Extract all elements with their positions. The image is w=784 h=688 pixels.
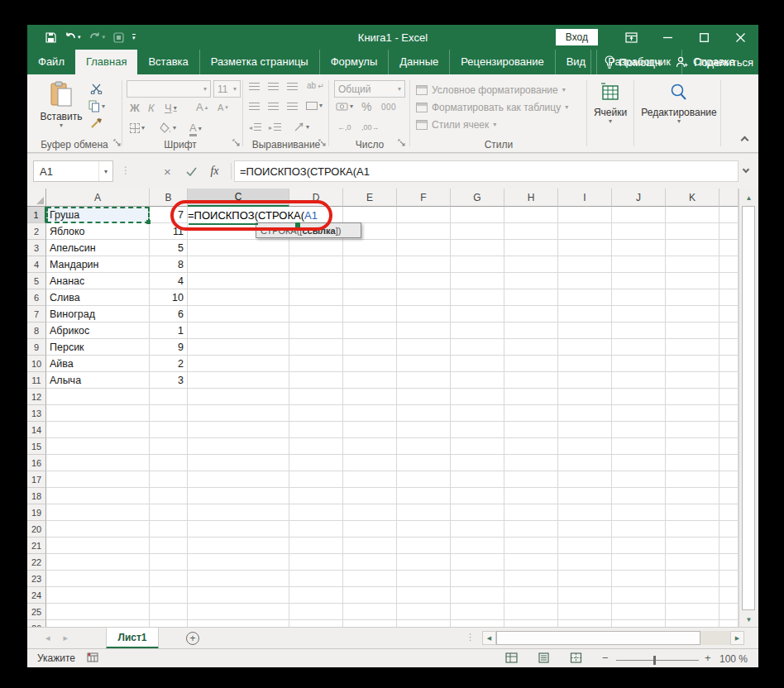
cell-D3[interactable] (289, 240, 343, 256)
align-right-button[interactable] (287, 103, 298, 111)
col-header-G[interactable]: G (451, 189, 504, 207)
cell-A13[interactable] (46, 405, 150, 422)
cell-K21[interactable] (666, 538, 719, 554)
cell-E12[interactable] (343, 389, 397, 405)
cell-K23[interactable] (666, 571, 719, 587)
cell-C19[interactable] (188, 504, 289, 521)
cells-button[interactable]: Ячейки ▾ (590, 82, 631, 125)
cell-G10[interactable] (451, 356, 504, 372)
horizontal-scrollbar-thumb[interactable] (496, 631, 700, 645)
cell-K2[interactable] (666, 223, 719, 240)
page-break-view-icon[interactable] (570, 652, 582, 666)
cell-A14[interactable] (46, 422, 150, 438)
cell-D13[interactable] (289, 405, 343, 422)
merge-center-button[interactable]: ▾ (306, 102, 323, 110)
cell-B25[interactable] (150, 604, 188, 620)
cell-I2[interactable] (558, 223, 612, 240)
page-layout-view-icon[interactable] (538, 652, 550, 666)
cell-A22[interactable] (46, 554, 150, 571)
cell-H3[interactable] (504, 240, 558, 256)
cell-E8[interactable] (343, 322, 397, 339)
cell-E4[interactable] (343, 256, 397, 273)
increase-decimal-button[interactable]: ←,0 (337, 123, 351, 131)
cell-I10[interactable] (558, 356, 612, 372)
cell-F25[interactable] (397, 604, 451, 620)
cell-A8[interactable]: Абрикос (46, 322, 150, 339)
cell-D17[interactable] (289, 471, 343, 488)
cell-partial-11[interactable] (719, 372, 739, 389)
cell-K7[interactable] (666, 306, 719, 322)
decrease-indent-button[interactable]: ◂ (249, 123, 261, 131)
cell-D20[interactable] (289, 521, 343, 538)
insert-function-button[interactable]: fx (204, 160, 225, 182)
scroll-up-icon[interactable]: ▲ (739, 190, 758, 205)
cell-K13[interactable] (666, 405, 719, 422)
cell-F8[interactable] (397, 322, 451, 339)
cell-C14[interactable] (188, 422, 289, 438)
cell-B17[interactable] (150, 471, 188, 488)
minimize-button[interactable] (649, 25, 686, 50)
cell-a1-reference-marquee[interactable]: Груша (46, 207, 150, 223)
zoom-level[interactable]: 100 % (719, 653, 748, 665)
cell-J19[interactable] (612, 504, 666, 521)
styles-item-3[interactable]: Стили ячеек▾ (416, 116, 568, 133)
cell-A12[interactable] (46, 389, 150, 405)
cell-partial-17[interactable] (719, 471, 739, 488)
cell-I16[interactable] (558, 455, 612, 471)
cell-B5[interactable]: 4 (150, 273, 188, 289)
cell-partial-13[interactable] (719, 405, 739, 422)
cell-D26[interactable] (289, 620, 343, 627)
cell-C18[interactable] (188, 488, 289, 504)
comma-style-button[interactable]: 000 (381, 103, 396, 112)
cell-B11[interactable]: 3 (150, 372, 188, 389)
zoom-slider-thumb[interactable] (653, 656, 656, 665)
number-dialog-launcher-icon[interactable] (398, 137, 405, 149)
accounting-format-button[interactable]: ▾ (336, 102, 353, 112)
cell-H8[interactable] (504, 322, 558, 339)
cell-B6[interactable]: 10 (150, 289, 188, 306)
cell-G19[interactable] (451, 504, 504, 521)
cell-B4[interactable]: 8 (150, 256, 188, 273)
cell-I26[interactable] (558, 620, 612, 627)
cell-I20[interactable] (558, 521, 612, 538)
cell-J5[interactable] (612, 273, 666, 289)
font-dialog-launcher-icon[interactable] (232, 137, 240, 149)
cell-J25[interactable] (612, 604, 666, 620)
cell-K10[interactable] (666, 356, 719, 372)
cell-E6[interactable] (343, 289, 397, 306)
cell-H24[interactable] (504, 587, 558, 604)
cell-H11[interactable] (504, 372, 558, 389)
vertical-scrollbar[interactable]: ▲ ▼ (739, 189, 758, 627)
cell-C9[interactable] (188, 339, 289, 356)
cell-c1-edit-overlay[interactable]: =ПОИСКПОЗ(СТРОКА(A1 (188, 207, 337, 223)
cell-J17[interactable] (612, 471, 666, 488)
cell-J18[interactable] (612, 488, 666, 504)
cell-H20[interactable] (504, 521, 558, 538)
bold-button[interactable]: Ж (130, 102, 140, 114)
cell-E5[interactable] (343, 273, 397, 289)
cell-I11[interactable] (558, 372, 612, 389)
cell-C25[interactable] (188, 604, 289, 620)
cell-C22[interactable] (188, 554, 289, 571)
cell-E20[interactable] (343, 521, 397, 538)
cell-F23[interactable] (397, 571, 451, 587)
col-header-partial[interactable] (719, 189, 739, 207)
cell-G23[interactable] (451, 571, 504, 587)
col-header-C[interactable]: C (188, 189, 289, 207)
cell-G13[interactable] (451, 405, 504, 422)
zoom-slider-track[interactable] (616, 660, 699, 661)
cell-C10[interactable] (188, 356, 289, 372)
cell-C8[interactable] (188, 322, 289, 339)
row-header-5[interactable]: 5 (27, 273, 46, 289)
name-box-dropdown-icon[interactable]: ▾ (98, 161, 112, 181)
percent-style-button[interactable]: % (361, 100, 371, 113)
cell-G7[interactable] (451, 306, 504, 322)
cell-F13[interactable] (397, 405, 451, 422)
zoom-in-icon[interactable]: + (705, 652, 711, 664)
cell-partial-15[interactable] (719, 438, 739, 455)
row-header-3[interactable]: 3 (27, 240, 46, 256)
cell-K20[interactable] (666, 521, 719, 538)
cell-B10[interactable]: 2 (150, 356, 188, 372)
cell-J21[interactable] (612, 538, 666, 554)
cell-E26[interactable] (343, 620, 397, 627)
